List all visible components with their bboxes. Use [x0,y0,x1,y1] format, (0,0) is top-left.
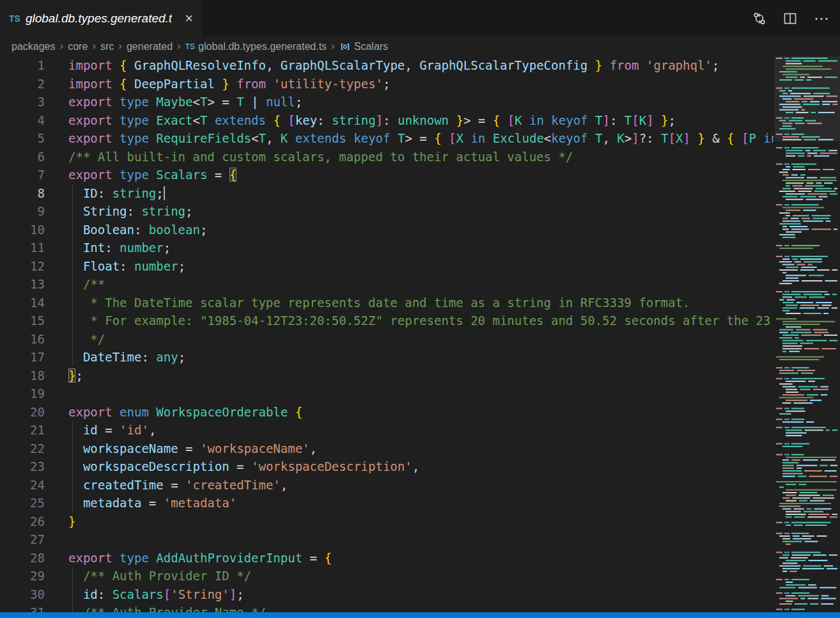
code-token [266,113,273,127]
line-number[interactable]: 8 [0,184,45,203]
breadcrumb-item-src[interactable]: src [100,41,114,52]
code-token [149,95,156,109]
code-token: { [273,113,280,127]
code-token [500,113,507,127]
code-token: : [610,113,625,127]
code-token: ; [185,204,192,218]
code-token [149,113,156,127]
line-content[interactable]: Float: number; [45,257,774,276]
breadcrumb-item-global-db-types-generated-ts[interactable]: TSglobal.db.types.generated.ts [185,41,327,52]
line-content[interactable]: DateTime: any; [45,348,774,367]
line-number[interactable]: 18 [0,367,45,385]
line-number[interactable]: 7 [0,166,45,184]
line-content[interactable]: ID: string; [45,184,774,203]
line-number[interactable]: 20 [0,403,45,422]
line-content[interactable]: id = 'id', [45,421,774,440]
breadcrumb-item-core[interactable]: core [68,41,88,52]
code-token: { [493,113,500,127]
code-line: 12 Float: number; [0,257,774,276]
line-number[interactable]: 12 [0,257,45,276]
breadcrumb: packages›core›src›generated›TSglobal.db.… [0,36,840,56]
line-content[interactable]: * The DateTime scalar type represents da… [45,294,774,312]
line-number[interactable]: 25 [0,494,45,512]
breadcrumb-item-generated[interactable]: generated [127,41,173,52]
line-content[interactable]: /** Auth Provider Name */ [45,603,774,612]
line-number[interactable]: 24 [0,476,45,495]
line-number[interactable]: 15 [0,312,45,330]
breadcrumb-separator-icon: › [331,40,335,52]
indent-guide [72,221,73,239]
line-number[interactable]: 6 [0,148,45,166]
code-token [68,423,83,437]
line-number[interactable]: 14 [0,294,45,312]
breadcrumb-item-scalars[interactable]: Scalars [339,41,388,52]
code-token: < [193,95,200,109]
line-content[interactable]: export type Exact<T extends { [key: stri… [45,111,774,130]
line-content[interactable]: import { DeepPartial } from 'utility-typ… [45,75,774,93]
line-number[interactable]: 31 [0,603,45,612]
code-token: * The DateTime scalar type represents da… [68,296,690,310]
line-content[interactable]: */ [45,330,774,349]
line-content[interactable]: Boolean: boolean; [45,221,774,239]
line-content[interactable]: id: Scalars['String']; [45,585,774,604]
more-actions-icon[interactable]: ⋯ [814,15,830,22]
tab-close-icon[interactable]: × [183,12,194,26]
line-content[interactable]: /** Auth Provider ID */ [45,567,774,585]
line-number[interactable]: 19 [0,384,45,403]
line-content[interactable]: /** [45,275,774,294]
line-number[interactable]: 29 [0,567,45,585]
line-content[interactable]: export type RequireFields<T, K extends k… [45,129,774,148]
code-token: 'utility-types' [273,77,383,91]
line-content[interactable]: /** All built-in and custom scalars, map… [45,148,774,166]
line-number[interactable]: 28 [0,549,45,567]
line-content[interactable]: export type AddAuthProviderInput = { [45,549,774,567]
code-token: export [68,168,113,182]
line-content[interactable]: }; [45,367,774,385]
line-content[interactable]: workspaceDescription = 'workspaceDescrip… [45,457,774,476]
line-number[interactable]: 22 [0,440,45,458]
code-token: export [68,113,113,127]
line-number[interactable]: 27 [0,530,45,549]
line-content[interactable] [45,384,774,403]
minimap-slider[interactable] [774,56,840,141]
line-content[interactable]: metadata = 'metadata' [45,494,774,512]
code-token [346,131,354,145]
line-content[interactable] [45,530,774,549]
line-number[interactable]: 13 [0,275,45,294]
line-number[interactable]: 4 [0,111,45,130]
line-number[interactable]: 3 [0,93,45,111]
code-token: type [120,95,149,109]
line-number[interactable]: 10 [0,221,45,239]
line-number[interactable]: 30 [0,585,45,604]
line-content[interactable]: import { GraphQLResolveInfo, GraphQLScal… [45,56,774,75]
code-area[interactable]: 1import { GraphQLResolveInfo, GraphQLSca… [0,56,774,612]
line-number[interactable]: 21 [0,421,45,440]
code-token: , [266,58,281,72]
line-content[interactable]: } [45,512,774,531]
line-number[interactable]: 16 [0,330,45,349]
line-number[interactable]: 11 [0,239,45,257]
line-content[interactable]: export enum WorkspaceOrderable { [45,403,774,422]
line-number[interactable]: 2 [0,75,45,93]
code-token: /** Auth Provider ID */ [68,569,251,583]
line-content[interactable]: export type Scalars = { [45,166,774,184]
line-content[interactable]: Int: number; [45,239,774,257]
line-number[interactable]: 26 [0,512,45,531]
line-content[interactable]: createdTime = 'createdTime', [45,476,774,495]
line-number[interactable]: 9 [0,202,45,221]
tab-global-db-types[interactable]: TS global.db.types.generated.ts × [0,0,202,36]
line-number[interactable]: 17 [0,348,45,367]
breadcrumb-item-packages[interactable]: packages [12,41,56,52]
code-token [602,58,609,72]
minimap[interactable] [774,56,840,612]
line-number[interactable]: 23 [0,457,45,476]
line-content[interactable]: * For example: "1985-04-12T23:20:50.52Z"… [45,312,774,330]
line-content[interactable]: String: string; [45,202,774,221]
open-changes-icon[interactable] [752,12,766,26]
line-content[interactable]: export type Maybe<T> = T | null; [45,93,774,111]
line-content[interactable]: workspaceName = 'workspaceName', [45,440,774,458]
code-token: string [141,204,185,218]
split-editor-icon[interactable] [783,12,797,26]
line-number[interactable]: 1 [0,56,45,75]
line-number[interactable]: 5 [0,129,45,148]
